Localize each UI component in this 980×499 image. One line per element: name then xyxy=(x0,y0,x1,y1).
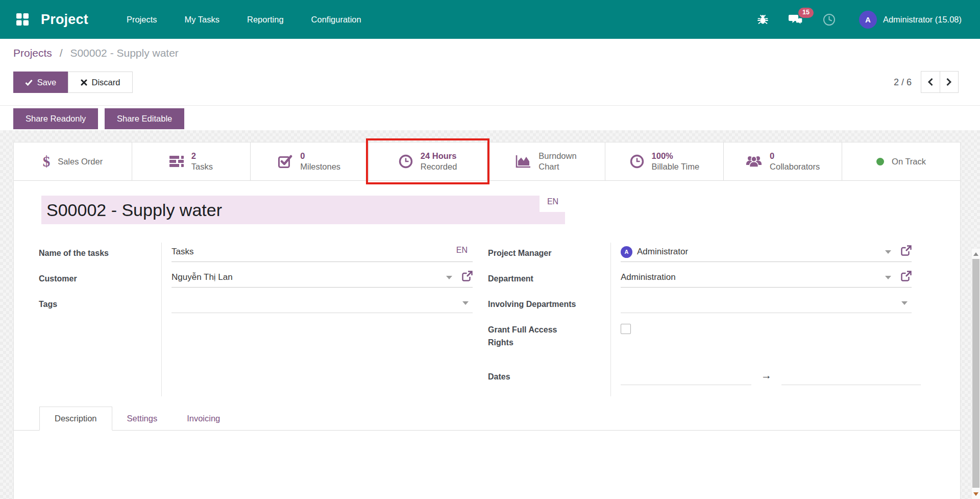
share-readonly-button[interactable]: Share Readonly xyxy=(13,108,98,129)
top-navbar: Project ProjectsMy TasksReportingConfigu… xyxy=(0,0,980,39)
field-input-dates: → xyxy=(621,366,921,385)
nav-menu-item-reporting[interactable]: Reporting xyxy=(233,0,298,39)
label-column-divider xyxy=(610,243,611,396)
user-avatar[interactable]: A xyxy=(859,11,877,29)
stat-button-value: 2 xyxy=(191,151,213,161)
field-input-involving-departments[interactable] xyxy=(621,293,912,313)
checkbox-grant-full-access-rights[interactable] xyxy=(621,324,631,334)
stat-button-label: Billable Time xyxy=(652,161,700,172)
pager-next-button[interactable] xyxy=(940,72,959,92)
field-avatar: A xyxy=(621,246,632,258)
field-row-grant-full-access-rights: Grant Full Access Rights xyxy=(488,317,912,364)
translate-badge[interactable]: EN xyxy=(456,246,468,255)
stat-button-label: Tasks xyxy=(191,161,213,172)
message-count-badge: 15 xyxy=(798,8,814,18)
field-label-name-of-the-tasks: Name of the tasks xyxy=(39,241,161,266)
save-button-label: Save xyxy=(37,78,57,87)
share-editable-button[interactable]: Share Editable xyxy=(105,108,184,129)
messages-icon[interactable]: 15 xyxy=(789,13,802,26)
field-row-project-manager: Project ManagerAAdministrator xyxy=(488,241,912,266)
field-input-name-of-the-tasks[interactable]: TasksEN xyxy=(172,242,473,262)
discard-button[interactable]: Discard xyxy=(68,72,133,93)
dropdown-caret-icon xyxy=(885,250,891,254)
dollar-icon: $ xyxy=(43,153,51,170)
form-group-left: Name of the tasksTasksENCustomerNguyễn T… xyxy=(39,241,473,396)
field-row-name-of-the-tasks: Name of the tasksTasksEN xyxy=(39,241,473,266)
field-label-customer: Customer xyxy=(39,266,161,292)
external-link-icon xyxy=(901,245,912,256)
save-button[interactable]: Save xyxy=(13,72,68,93)
nav-menu-item-configuration[interactable]: Configuration xyxy=(298,0,375,39)
scrollbar-up-arrow-icon[interactable] xyxy=(972,250,980,258)
field-label-project-manager: Project Manager xyxy=(488,241,610,266)
external-link-button[interactable] xyxy=(901,245,912,256)
form-sheet: $Sales Order2Tasks0Milestones24 HoursRec… xyxy=(13,142,961,499)
arrow-right-icon: → xyxy=(761,366,772,385)
tab-description[interactable]: Description xyxy=(39,407,112,431)
stat-button-tasks[interactable]: 2Tasks xyxy=(132,142,251,180)
breadcrumb-separator: / xyxy=(60,47,63,59)
field-value: Tasks xyxy=(172,247,193,257)
label-column-divider xyxy=(161,243,162,396)
pager-counter: 2 / 6 xyxy=(894,72,912,93)
field-input-customer[interactable]: Nguyễn Thị Lan xyxy=(172,268,473,288)
field-label-tags: Tags xyxy=(39,292,161,317)
stat-button-chart[interactable]: BurndownChart xyxy=(487,142,606,180)
dropdown-caret-icon xyxy=(462,301,469,305)
title-translate-badge[interactable]: EN xyxy=(540,192,566,212)
tab-settings[interactable]: Settings xyxy=(112,407,173,431)
field-input-tags[interactable] xyxy=(172,293,473,313)
stat-button-text: On Track xyxy=(892,156,926,167)
stat-button-text: Sales Order xyxy=(58,156,103,167)
stat-button-text: BurndownChart xyxy=(538,151,576,172)
tab-invoicing[interactable]: Invoicing xyxy=(172,407,235,431)
stat-button-text: 24 HoursRecorded xyxy=(421,151,457,172)
field-value: Nguyễn Thị Lan xyxy=(172,272,233,282)
field-input-department[interactable]: Administration xyxy=(621,268,912,288)
field-row-tags: Tags xyxy=(39,292,473,317)
project-title-input[interactable]: S00002 - Supply water xyxy=(41,196,565,224)
pager-previous-button[interactable] xyxy=(921,72,940,92)
systray: 15 A Administrator (15.08) xyxy=(737,11,980,29)
dropdown-caret-icon xyxy=(901,301,908,305)
nav-menu-item-my-tasks[interactable]: My Tasks xyxy=(171,0,233,39)
activities-clock-icon[interactable] xyxy=(823,13,836,26)
user-menu[interactable]: Administrator (15.08) xyxy=(883,15,962,25)
stat-button-label: Milestones xyxy=(300,161,340,172)
scrollbar-down-arrow-icon[interactable] xyxy=(972,490,980,498)
stat-button-on-track[interactable]: On Track xyxy=(842,142,960,180)
dropdown-caret-icon xyxy=(446,276,452,279)
stat-button-value: 24 Hours xyxy=(421,151,457,161)
stat-button-bar: $Sales Order2Tasks0Milestones24 HoursRec… xyxy=(14,142,960,181)
debug-bug-icon[interactable] xyxy=(757,14,768,26)
external-link-icon xyxy=(462,271,473,281)
stat-button-label: Burndown xyxy=(538,151,576,161)
vertical-scrollbar[interactable] xyxy=(971,249,980,499)
notebook-tabs: DescriptionSettingsInvoicing xyxy=(14,407,960,431)
stat-button-collaborators[interactable]: 0Collaborators xyxy=(724,142,842,180)
date-end-input[interactable] xyxy=(781,366,921,385)
apps-menu-icon[interactable] xyxy=(15,12,30,27)
external-link-button[interactable] xyxy=(462,271,473,281)
stat-button-sales-order[interactable]: $Sales Order xyxy=(14,142,132,180)
odoo-project-form-screen: Project ProjectsMy TasksReportingConfigu… xyxy=(0,0,980,499)
nav-menu-item-projects[interactable]: Projects xyxy=(113,0,171,39)
stat-button-billable-time[interactable]: 100%Billable Time xyxy=(605,142,724,180)
check-icon xyxy=(25,79,33,86)
chevron-right-icon xyxy=(946,78,952,86)
external-link-button[interactable] xyxy=(901,271,912,281)
dropdown-caret-icon xyxy=(885,276,891,279)
field-input-project-manager[interactable]: AAdministrator xyxy=(621,242,912,262)
stat-button-milestones[interactable]: 0Milestones xyxy=(251,142,369,180)
stat-button-recorded[interactable]: 24 HoursRecorded xyxy=(369,142,487,180)
stat-button-value: 0 xyxy=(770,151,820,161)
scrollbar-thumb[interactable] xyxy=(972,259,979,488)
date-start-input[interactable] xyxy=(621,366,751,385)
stat-button-label: On Track xyxy=(892,156,926,167)
field-input-grant-full-access-rights xyxy=(621,319,912,338)
app-title[interactable]: Project xyxy=(41,12,88,28)
tasks-icon xyxy=(169,155,184,168)
breadcrumb-parent[interactable]: Projects xyxy=(13,47,52,59)
breadcrumb: Projects / S00002 - Supply water xyxy=(13,47,179,59)
field-row-dates: Dates→ xyxy=(488,364,912,393)
